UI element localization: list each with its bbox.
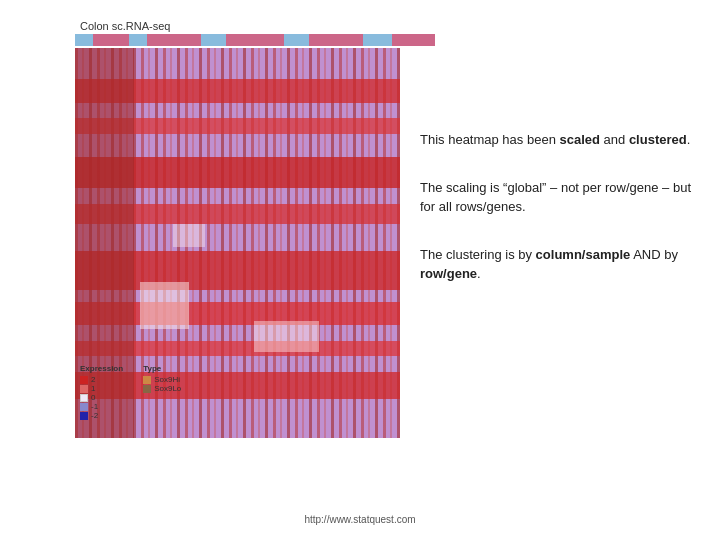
text-clustering-part1: The clustering is by — [420, 247, 536, 262]
legend-item-neg2: -2 — [80, 411, 123, 420]
legend-color-sox9lo — [143, 385, 151, 393]
text-heatmap-bold-clustered: clustered — [629, 132, 687, 147]
legend-label-neg2: -2 — [91, 411, 98, 420]
url-footer: http://www.statquest.com — [304, 514, 415, 525]
legend-label-sox9hi: Sox9Hi — [154, 375, 180, 384]
legend-item-neg1: -1 — [80, 402, 123, 411]
legend-color-neg1 — [80, 403, 88, 411]
text-scaling-desc: The scaling is “global” – not per row/ge… — [420, 180, 691, 215]
legend-area: Expression 2 1 0 -1 — [80, 364, 181, 420]
heatmap-title: Colon sc.RNA-seq — [80, 20, 400, 32]
legend-label-2: 2 — [91, 375, 95, 384]
text-block-1: This heatmap has been scaled and cluster… — [420, 130, 700, 150]
legend-label-0: 0 — [91, 393, 95, 402]
legend-expression: Expression 2 1 0 -1 — [80, 364, 123, 420]
text-panel: This heatmap has been scaled and cluster… — [420, 130, 700, 312]
legend-color-0 — [80, 394, 88, 402]
text-block-2: The scaling is “global” – not per row/ge… — [420, 178, 700, 217]
legend-color-2 — [80, 376, 88, 384]
text-heatmap-and: and — [600, 132, 629, 147]
text-clustering-and: AND by — [630, 247, 678, 262]
legend-type-title: Type — [143, 364, 181, 373]
text-block-3: The clustering is by column/sample AND b… — [420, 245, 700, 284]
legend-color-neg2 — [80, 412, 88, 420]
legend-color-1 — [80, 385, 88, 393]
text-clustering-bold-row: row/gene — [420, 266, 477, 281]
text-heatmap-period1: . — [687, 132, 691, 147]
legend-label-sox9lo: Sox9Lo — [154, 384, 181, 393]
legend-item-2: 2 — [80, 375, 123, 384]
legend-item-1: 1 — [80, 384, 123, 393]
heatmap-section: Colon sc.RNA-seq — [20, 20, 400, 480]
text-heatmap-normal1: This heatmap has been — [420, 132, 559, 147]
legend-type-sox9lo: Sox9Lo — [143, 384, 181, 393]
slide-container: Colon sc.RNA-seq — [0, 0, 720, 540]
legend-label-neg1: -1 — [91, 402, 98, 411]
text-clustering-bold-col: column/sample — [536, 247, 631, 262]
text-heatmap-bold-scaled: scaled — [559, 132, 599, 147]
top-color-bar — [75, 34, 435, 46]
legend-item-0: 0 — [80, 393, 123, 402]
legend-label-1: 1 — [91, 384, 95, 393]
legend-expression-title: Expression — [80, 364, 123, 373]
text-clustering-period: . — [477, 266, 481, 281]
legend-type-sox9hi: Sox9Hi — [143, 375, 181, 384]
legend-color-sox9hi — [143, 376, 151, 384]
legend-type: Type Sox9Hi Sox9Lo — [143, 364, 181, 420]
